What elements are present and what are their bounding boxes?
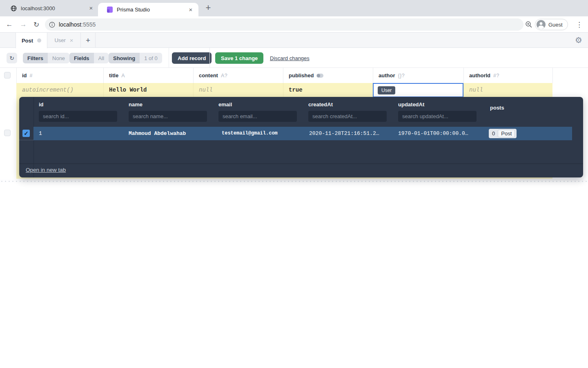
row-checkbox-cell: ✓: [19, 127, 33, 140]
zoom-icon[interactable]: [525, 21, 532, 30]
column-name: id: [22, 72, 27, 79]
filters-value: None: [48, 53, 69, 63]
gear-icon[interactable]: ⚙: [575, 35, 582, 45]
row-name: Mahmoud Abdelwahab: [129, 127, 186, 140]
prisma-icon: [107, 7, 113, 13]
browser-tab-title: localhost:3000: [21, 5, 55, 11]
filters-control[interactable]: Filters None: [23, 53, 69, 63]
browser-profile-button[interactable]: Guest: [535, 19, 568, 30]
showing-control[interactable]: Showing 1 of 0: [109, 53, 162, 63]
panel-column-updatedAt: updatedAt: [398, 101, 424, 108]
close-icon[interactable]: ×: [87, 4, 95, 12]
cell-published[interactable]: true: [289, 83, 303, 97]
int-optional-type-icon: #?: [493, 73, 499, 79]
panel-column-id: id: [39, 101, 44, 108]
row-id: 1: [39, 127, 42, 140]
column-header-author[interactable]: author {}?: [373, 68, 463, 83]
relation-selector-panel: id name email createdAt updatedAt posts …: [19, 97, 583, 177]
address-bar[interactable]: localhost :5555: [45, 18, 523, 31]
refresh-icon: ↻: [9, 55, 14, 61]
row-email: testemail@gmail.com: [222, 127, 278, 140]
browser-tab-prisma-studio[interactable]: Prisma Studio ×: [98, 3, 198, 16]
select-all-checkbox[interactable]: [4, 72, 11, 79]
cell-author-editing[interactable]: User: [373, 83, 463, 97]
int-type-icon: #: [30, 73, 33, 79]
browser-tab-localhost-3000[interactable]: localhost:3000 ×: [3, 0, 98, 16]
filters-label: Filters: [23, 53, 48, 63]
boolean-type-icon: [316, 74, 323, 78]
close-icon[interactable]: ×: [187, 6, 194, 13]
column-name: content: [199, 72, 218, 79]
posts-model-chip: Post: [498, 130, 515, 137]
search-name-input[interactable]: [129, 111, 207, 122]
plus-icon: +: [86, 36, 90, 45]
string-type-icon: A: [121, 73, 125, 79]
column-name: authorId: [469, 72, 490, 79]
column-name: published: [289, 72, 314, 79]
new-tab-button[interactable]: +: [203, 2, 214, 14]
back-icon[interactable]: ←: [4, 20, 15, 29]
fields-label: Fields: [69, 53, 94, 63]
string-optional-type-icon: A?: [221, 73, 227, 79]
model-tab-post[interactable]: Post: [16, 33, 47, 48]
search-id-input[interactable]: [39, 111, 117, 122]
search-updatedAt-input[interactable]: [398, 111, 477, 122]
search-email-input[interactable]: [218, 111, 297, 122]
save-changes-button[interactable]: Save 1 change: [215, 52, 263, 64]
panel-footer-divider: [19, 164, 583, 164]
row-checkbox-checked[interactable]: ✓: [22, 130, 30, 137]
toolbar-divider: [169, 48, 169, 68]
cell-title[interactable]: Hello World: [109, 83, 147, 97]
url-port: :5555: [81, 21, 96, 28]
object-optional-type-icon: {}?: [398, 73, 405, 79]
fields-control[interactable]: Fields All: [69, 53, 109, 63]
add-model-tab-button[interactable]: +: [81, 33, 96, 48]
posts-count-badge[interactable]: 0 Post: [489, 129, 517, 138]
showing-value: 1 of 0: [140, 53, 162, 63]
add-record-button[interactable]: Add record: [172, 52, 212, 64]
cell-id[interactable]: autoincrement(): [22, 83, 74, 97]
relation-badge[interactable]: User: [378, 86, 395, 94]
model-tab-label: User: [54, 37, 65, 43]
column-header-title[interactable]: title A: [103, 68, 193, 83]
screen: localhost:3000 × Prisma Studio × + ← → ↻…: [0, 0, 588, 368]
browser-menu-icon[interactable]: ⋮: [576, 20, 583, 29]
cell-content[interactable]: null: [199, 83, 213, 97]
row-updatedAt: 1970-01-01T00:00:00.0…: [398, 127, 468, 140]
open-in-new-tab-link[interactable]: Open in new tab: [26, 167, 66, 173]
globe-icon: [11, 5, 17, 11]
column-header-published[interactable]: published: [283, 68, 373, 83]
avatar: [537, 20, 546, 29]
column-name: author: [379, 72, 395, 79]
info-icon[interactable]: [49, 22, 55, 28]
column-name: title: [109, 72, 118, 79]
browser-tab-title: Prisma Studio: [117, 7, 150, 13]
panel-column-posts: posts: [490, 105, 504, 111]
profile-name: Guest: [548, 22, 563, 28]
cell-authorId[interactable]: null: [469, 83, 483, 97]
panel-column-email: email: [218, 101, 232, 108]
panel-column-createdAt: createdAt: [308, 101, 333, 108]
column-header-authorId[interactable]: authorId #?: [463, 68, 552, 83]
showing-label: Showing: [109, 53, 140, 63]
column-header-id[interactable]: id #: [16, 68, 103, 83]
search-createdAt-input[interactable]: [308, 111, 387, 122]
discard-changes-link[interactable]: Discard changes: [270, 55, 310, 61]
table-bottom-edge: [0, 180, 588, 182]
browser-tab-strip: localhost:3000 × Prisma Studio × +: [0, 0, 588, 16]
model-tab-label: Post: [22, 38, 33, 44]
column-header-content[interactable]: content A?: [193, 68, 283, 83]
url-host: localhost: [59, 21, 81, 28]
toolbar-divider: [209, 48, 210, 68]
refresh-button[interactable]: ↻: [7, 53, 17, 63]
model-tab-user[interactable]: User ×: [47, 33, 81, 48]
posts-count: 0: [492, 130, 495, 137]
forward-icon[interactable]: →: [18, 20, 29, 29]
row-checkbox[interactable]: [4, 130, 11, 136]
fields-value: All: [94, 53, 109, 63]
relation-row-selected[interactable]: 1 Mahmoud Abdelwahab testemail@gmail.com…: [33, 127, 572, 140]
row-createdAt: 2020-11-28T21:16:51.2…: [309, 127, 379, 140]
close-icon[interactable]: ×: [70, 37, 74, 44]
panel-column-name: name: [129, 101, 143, 108]
reload-icon[interactable]: ↻: [31, 20, 42, 29]
